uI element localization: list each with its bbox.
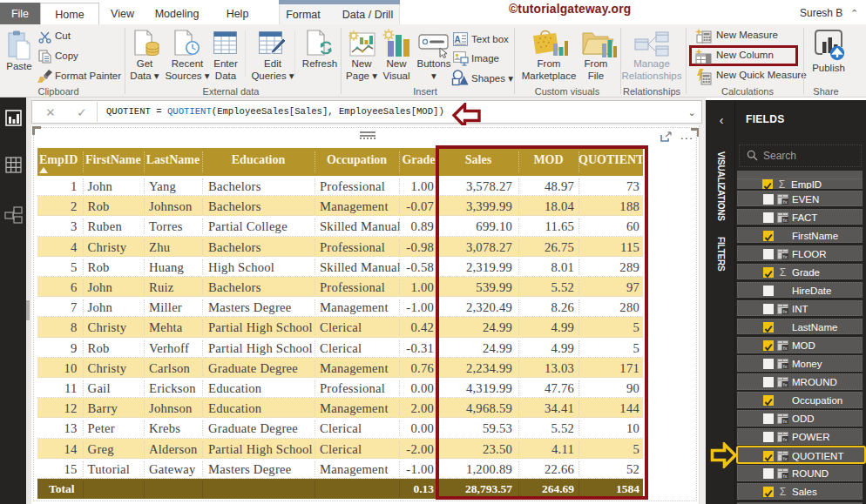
svg-text:fx: fx [783,437,788,442]
svg-text:A: A [454,35,460,44]
svg-text:fx: fx [783,382,788,387]
svg-text:fx: fx [783,254,788,259]
svg-text:fx: fx [783,346,788,351]
svg-text:fx: fx [783,199,788,205]
svg-text:fx: fx [783,218,788,223]
svg-text:fx: fx [783,364,788,369]
svg-text:fx: fx [783,309,788,314]
svg-text:fx: fx [783,419,788,424]
svg-text:fx: fx [783,474,788,479]
svg-text:fx: fx [783,456,788,461]
